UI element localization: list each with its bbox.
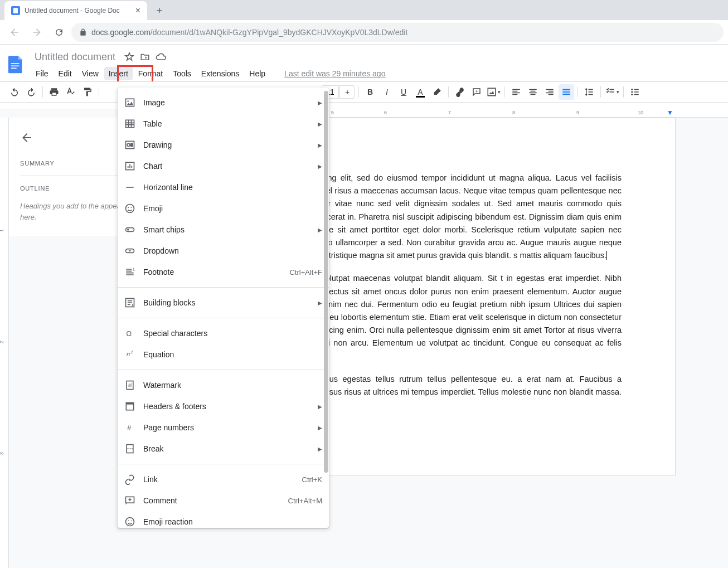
insert-comment[interactable]: Comment Ctrl+Alt+M — [118, 490, 329, 511]
insert-building-blocks[interactable]: Building blocks ▶ — [118, 292, 329, 313]
link-icon — [455, 87, 465, 97]
ruler-marker-icon[interactable]: ▼ — [667, 109, 673, 116]
underline-button[interactable]: U — [396, 84, 411, 100]
chevron-right-icon: ▶ — [318, 163, 322, 169]
svg-rect-0 — [11, 63, 20, 64]
menu-extensions[interactable]: Extensions — [197, 67, 244, 80]
align-right-button[interactable] — [542, 84, 557, 100]
document-title[interactable]: Untitled document — [31, 50, 119, 64]
pi-icon: π2 — [124, 349, 135, 360]
toolbar: 11 + B I U A ▾ ▾ — [0, 81, 728, 103]
menu-file[interactable]: File — [31, 67, 53, 80]
line-spacing-icon — [584, 87, 594, 97]
insert-break[interactable]: Break ▶ — [118, 438, 329, 459]
align-justify-button[interactable] — [559, 84, 574, 100]
cloud-status[interactable] — [156, 51, 167, 62]
new-tab-button[interactable]: + — [152, 3, 167, 18]
insert-link[interactable]: Link Ctrl+K — [118, 469, 329, 490]
chevron-right-icon: ▶ — [318, 300, 322, 306]
pagenum-icon: # — [124, 422, 135, 433]
footnote-icon: 1 — [124, 266, 135, 278]
move-button[interactable] — [140, 52, 150, 62]
last-edit-link[interactable]: Last edit was 29 minutes ago — [284, 69, 385, 78]
docs-favicon — [11, 6, 20, 15]
insert-emoji[interactable]: Emoji — [118, 198, 329, 219]
align-center-button[interactable] — [525, 84, 541, 100]
insert-page-numbers[interactable]: # Page numbers ▶ — [118, 417, 329, 438]
svg-text:2: 2 — [131, 350, 133, 354]
back-button[interactable] — [4, 22, 25, 42]
lock-icon — [79, 28, 87, 36]
dropdown-scrollbar[interactable] — [324, 91, 328, 473]
reload-icon — [54, 27, 64, 37]
folder-move-icon — [140, 52, 150, 62]
checklist-button[interactable]: ▾ — [604, 84, 620, 100]
highlight-button[interactable] — [429, 84, 445, 100]
menu-view[interactable]: View — [77, 67, 103, 80]
insert-footnote[interactable]: 1 Footnote Ctrl+Alt+F — [118, 261, 329, 283]
insert-horizontal-line[interactable]: Horizontal line — [118, 177, 329, 198]
insert-table[interactable]: Table ▶ — [118, 113, 329, 134]
menu-edit[interactable]: Edit — [54, 67, 76, 80]
cloud-icon — [156, 51, 167, 62]
watermark-icon — [124, 380, 135, 391]
insert-smart-chips[interactable]: Smart chips ▶ — [118, 219, 329, 240]
print-button[interactable] — [46, 84, 62, 100]
insert-emoji-reaction[interactable]: Emoji reaction — [118, 511, 329, 528]
address-bar[interactable]: docs.google.com/document/d/1wANQkil-GzgY… — [71, 23, 724, 42]
menu-format[interactable]: Format — [134, 67, 167, 80]
insert-image[interactable]: Image ▶ — [118, 92, 329, 113]
insert-headers-footers[interactable]: Headers & footers ▶ — [118, 396, 329, 417]
text-color-button[interactable]: A — [412, 84, 428, 100]
insert-comment-button[interactable] — [469, 84, 484, 100]
svg-text:π: π — [126, 350, 130, 357]
bold-button[interactable]: B — [362, 84, 378, 100]
font-size-increase[interactable]: + — [339, 85, 355, 99]
insert-chart[interactable]: Chart ▶ — [118, 156, 329, 177]
outline-back-button[interactable] — [20, 131, 130, 147]
browser-tab[interactable]: Untitled document - Google Doc × — [4, 1, 147, 20]
star-button[interactable] — [124, 52, 134, 62]
docs-logo[interactable] — [4, 49, 27, 79]
print-icon — [49, 87, 59, 97]
forward-button[interactable] — [27, 22, 47, 42]
image-icon — [487, 87, 497, 97]
chevron-right-icon: ▶ — [318, 121, 322, 127]
insert-drawing[interactable]: Drawing ▶ — [118, 134, 329, 156]
insert-dropdown: Image ▶ Table ▶ Drawing ▶ Chart ▶ Horizo… — [118, 88, 329, 528]
text-cursor — [606, 251, 607, 260]
insert-dropdown[interactable]: Dropdown — [118, 240, 329, 261]
redo-button[interactable] — [23, 84, 39, 100]
line-spacing-button[interactable] — [581, 84, 597, 100]
svg-point-32 — [131, 521, 132, 522]
bullet-list-button[interactable] — [627, 84, 643, 100]
svg-point-6 — [631, 94, 633, 95]
align-left-button[interactable] — [508, 84, 524, 100]
undo-button[interactable] — [7, 84, 22, 100]
menu-insert[interactable]: Insert — [104, 67, 133, 80]
menu-tools[interactable]: Tools — [168, 67, 196, 80]
browser-toolbar: docs.google.com/document/d/1wANQkil-GzgY… — [0, 20, 728, 45]
insert-equation[interactable]: π2 Equation — [118, 344, 329, 365]
menu-help[interactable]: Help — [245, 67, 270, 80]
paint-roller-icon — [82, 87, 93, 97]
emoji-icon — [124, 516, 135, 527]
comment-icon — [124, 495, 135, 506]
insert-special-characters[interactable]: Ω Special characters — [118, 323, 329, 344]
hr-icon — [124, 182, 135, 193]
insert-image-button[interactable]: ▾ — [486, 84, 501, 100]
drawing-icon — [124, 139, 135, 151]
insert-link-button[interactable] — [452, 84, 468, 100]
reload-button[interactable] — [49, 22, 69, 42]
spellcheck-button[interactable] — [63, 84, 79, 100]
svg-rect-9 — [126, 120, 134, 127]
insert-watermark[interactable]: Watermark — [118, 375, 329, 396]
italic-button[interactable]: I — [379, 84, 395, 100]
canvas-area: 5 6 7 8 9 10 ▼ 1 2 3 SUMMARY OUTLINE Hea… — [0, 109, 728, 568]
paint-format-button[interactable] — [80, 84, 95, 100]
arrow-right-icon — [31, 27, 42, 38]
svg-rect-2 — [11, 68, 17, 69]
close-tab-icon[interactable]: × — [135, 6, 140, 16]
vertical-ruler[interactable]: 1 2 3 — [0, 118, 9, 568]
star-icon — [124, 52, 134, 62]
